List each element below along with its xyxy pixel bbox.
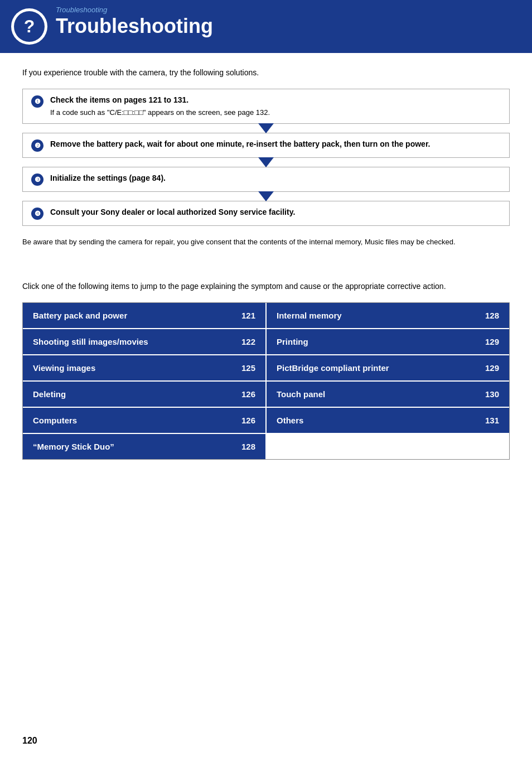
step-2-title: Remove the battery pack, wait for about … [50, 139, 501, 150]
step-4-number: ❹ [31, 208, 43, 220]
nav-others-number: 131 [485, 416, 499, 425]
nav-pictbridge-label: PictBridge compliant printer [277, 363, 389, 373]
step-3-content: Initialize the settings (page 84). [50, 173, 501, 184]
nav-others[interactable]: Others 131 [267, 408, 509, 433]
nav-printing-number: 129 [485, 337, 499, 346]
step-3-number: ❸ [31, 173, 43, 186]
nav-deleting[interactable]: Deleting 126 [23, 382, 267, 407]
nav-battery-label: Battery pack and power [33, 311, 127, 320]
header-text: Troubleshooting Troubleshooting [56, 6, 213, 37]
nav-shooting[interactable]: Shooting still images/movies 122 [23, 329, 267, 354]
step-4-content: Consult your Sony dealer or local author… [50, 207, 501, 218]
nav-internal-memory-label: Internal memory [277, 311, 342, 320]
nav-pictbridge-number: 129 [485, 363, 499, 373]
nav-computers-label: Computers [33, 416, 77, 425]
nav-printing[interactable]: Printing 129 [267, 329, 509, 354]
step-1-number: ❶ [31, 95, 43, 108]
arrow-3 [258, 191, 274, 201]
step-2-number: ❷ [31, 139, 43, 152]
question-mark-icon: ? [14, 11, 45, 42]
header: ? Troubleshooting Troubleshooting [0, 0, 532, 53]
nav-shooting-label: Shooting still images/movies [33, 337, 148, 346]
nav-printing-label: Printing [277, 337, 308, 346]
nav-computers[interactable]: Computers 126 [23, 408, 267, 433]
step-3-title: Initialize the settings (page 84). [50, 173, 501, 184]
step-1-title: Check the items on pages 121 to 131. [50, 95, 501, 106]
header-title: Troubleshooting [56, 15, 213, 37]
nav-pictbridge[interactable]: PictBridge compliant printer 129 [267, 355, 509, 380]
arrow-2 [258, 157, 274, 167]
nav-touch-panel-number: 130 [485, 389, 499, 399]
intro-text: If you experience trouble with the camer… [22, 67, 510, 79]
nav-internal-memory-number: 128 [485, 311, 499, 320]
note-text: Be aware that by sending the camera for … [22, 237, 510, 248]
nav-internal-memory[interactable]: Internal memory 128 [267, 303, 509, 328]
nav-viewing-number: 125 [241, 363, 255, 373]
step-2: ❷ Remove the battery pack, wait for abou… [22, 133, 510, 158]
step-3: ❸ Initialize the settings (page 84). [22, 167, 510, 192]
nav-memory-stick-number: 128 [241, 442, 255, 451]
nav-touch-panel[interactable]: Touch panel 130 [267, 382, 509, 407]
nav-viewing-label: Viewing images [33, 363, 95, 373]
nav-battery-number: 121 [241, 311, 255, 320]
nav-memory-stick[interactable]: “Memory Stick Duo” 128 [23, 434, 267, 459]
header-icon: ? [11, 8, 47, 45]
page-number: 120 [22, 736, 37, 746]
nav-computers-number: 126 [241, 416, 255, 425]
nav-deleting-label: Deleting [33, 389, 66, 399]
step-1: ❶ Check the items on pages 121 to 131. I… [22, 89, 510, 124]
click-intro: Click one of the following items to jump… [22, 281, 510, 292]
step-2-content: Remove the battery pack, wait for about … [50, 139, 501, 150]
nav-empty [267, 434, 509, 459]
header-subtitle: Troubleshooting [56, 6, 213, 14]
nav-shooting-number: 122 [241, 337, 255, 346]
step-4-title: Consult your Sony dealer or local author… [50, 207, 501, 218]
nav-battery[interactable]: Battery pack and power 121 [23, 303, 267, 328]
nav-grid: Battery pack and power 121 Internal memo… [22, 302, 510, 460]
nav-touch-panel-label: Touch panel [277, 389, 325, 399]
step-1-content: Check the items on pages 121 to 131. If … [50, 95, 501, 118]
nav-deleting-number: 126 [241, 389, 255, 399]
nav-memory-stick-label: “Memory Stick Duo” [33, 442, 114, 451]
step-4: ❹ Consult your Sony dealer or local auth… [22, 201, 510, 226]
nav-viewing[interactable]: Viewing images 125 [23, 355, 267, 380]
step-1-detail: If a code such as "C/E:□□:□□" appears on… [50, 108, 501, 118]
nav-others-label: Others [277, 416, 303, 425]
arrow-1 [258, 123, 274, 133]
